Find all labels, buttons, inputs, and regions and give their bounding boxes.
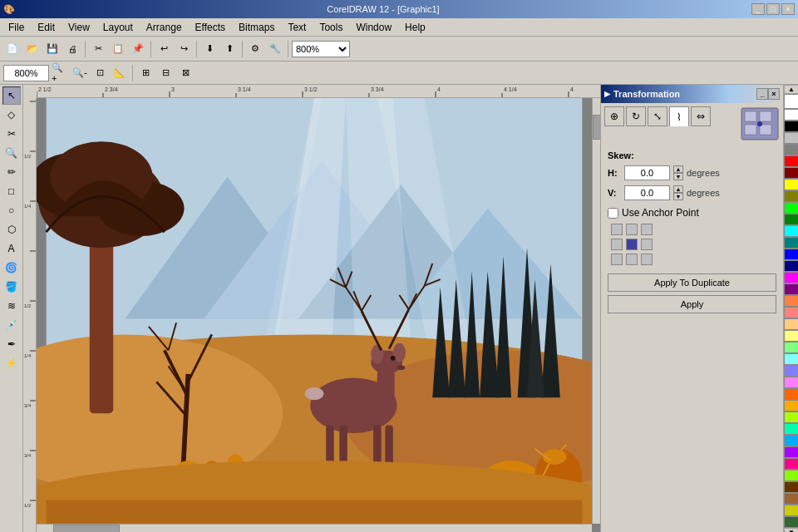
panel-minimize-button[interactable]: _ <box>756 88 768 100</box>
freehand-tool[interactable]: ✏ <box>2 163 21 181</box>
zoom-page-button[interactable]: 📐 <box>111 64 129 82</box>
v-spin-down[interactable]: ▼ <box>673 193 683 200</box>
minimize-button[interactable]: _ <box>751 3 765 15</box>
h-value-input[interactable] <box>624 165 670 180</box>
menu-file[interactable]: File <box>2 20 31 35</box>
color-swatch[interactable] <box>784 225 798 237</box>
view-btn2[interactable]: ⊟ <box>156 64 175 82</box>
polygon-tool[interactable]: ⬡ <box>2 220 21 239</box>
cut-button[interactable]: ✂ <box>89 40 107 58</box>
color-swatch[interactable] <box>784 260 798 272</box>
color-swatch[interactable] <box>784 155 798 167</box>
color-swatch[interactable] <box>784 470 798 481</box>
anchor-mc[interactable] <box>626 239 638 250</box>
select-tool[interactable]: ↖ <box>2 86 21 105</box>
tb-icon1[interactable]: ⚙ <box>246 40 264 58</box>
color-swatch[interactable] <box>784 481 798 493</box>
tab-position[interactable]: ⊕ <box>604 106 624 126</box>
scrollbar-thumb-h[interactable] <box>53 525 120 532</box>
color-swatch[interactable] <box>784 493 798 505</box>
scrollbar-horizontal[interactable] <box>37 524 592 532</box>
color-swatch[interactable] <box>784 167 798 179</box>
view-btn1[interactable]: ⊞ <box>136 64 155 82</box>
color-swatch[interactable] <box>784 435 798 446</box>
color-swatch[interactable] <box>784 458 798 470</box>
color-swatch[interactable] <box>784 342 798 353</box>
scrollbar-thumb-v[interactable] <box>593 115 600 140</box>
fill-tool[interactable]: 🪣 <box>2 278 21 296</box>
color-swatch[interactable] <box>784 144 798 155</box>
anchor-bl[interactable] <box>611 254 623 265</box>
color-swatch[interactable] <box>784 295 798 307</box>
paste-button[interactable]: 📌 <box>129 40 147 58</box>
h-spin-down[interactable]: ▼ <box>673 173 683 180</box>
color-swatch[interactable] <box>784 249 798 260</box>
anchor-checkbox[interactable] <box>608 208 618 219</box>
scrollbar-vertical[interactable] <box>592 98 600 524</box>
spiral-tool[interactable]: 🌀 <box>2 259 21 277</box>
text-tool[interactable]: A <box>2 239 21 258</box>
color-swatch[interactable] <box>784 400 798 411</box>
color-swatch[interactable] <box>784 214 798 225</box>
anchor-br[interactable] <box>641 254 653 265</box>
new-button[interactable]: 📄 <box>3 40 22 58</box>
zoom-fit-button[interactable]: ⊡ <box>91 64 109 82</box>
color-swatch[interactable] <box>784 283 798 295</box>
outline-tool[interactable]: ✒ <box>2 335 21 353</box>
menu-tools[interactable]: Tools <box>313 20 349 35</box>
apply-to-duplicate-button[interactable]: Apply To Duplicate <box>608 273 776 292</box>
palette-scroll-down[interactable]: ▼ <box>784 528 798 532</box>
menu-help[interactable]: Help <box>398 20 432 35</box>
anchor-tc[interactable] <box>626 224 638 235</box>
color-swatch[interactable] <box>784 516 798 528</box>
color-swatch[interactable] <box>784 423 798 435</box>
anchor-tl[interactable] <box>611 224 623 235</box>
eyedropper-tool[interactable]: 💉 <box>2 316 21 334</box>
tab-skew[interactable]: ⌇ <box>669 106 689 126</box>
color-swatch[interactable] <box>784 318 798 330</box>
v-spin-up[interactable]: ▲ <box>673 185 683 193</box>
panel-close-button[interactable]: × <box>768 88 780 100</box>
color-swatch[interactable] <box>784 190 798 202</box>
menu-effects[interactable]: Effects <box>189 20 232 35</box>
menu-view[interactable]: View <box>62 20 96 35</box>
tab-rotate[interactable]: ↻ <box>626 106 646 126</box>
color-swatch[interactable] <box>784 132 798 144</box>
menu-edit[interactable]: Edit <box>31 20 62 35</box>
tab-scale[interactable]: ⤡ <box>648 106 667 126</box>
color-swatch[interactable] <box>784 353 798 365</box>
anchor-tr[interactable] <box>641 224 653 235</box>
zoom-tool[interactable]: 🔍 <box>2 144 21 162</box>
color-swatch[interactable] <box>784 272 798 283</box>
menu-window[interactable]: Window <box>349 20 398 35</box>
tb-icon2[interactable]: 🔧 <box>266 40 284 58</box>
menu-text[interactable]: Text <box>281 20 313 35</box>
apply-button[interactable]: Apply <box>608 295 776 313</box>
tab-mirror[interactable]: ⇔ <box>691 106 711 126</box>
color-swatch[interactable] <box>784 307 798 318</box>
close-button[interactable]: × <box>781 3 795 15</box>
export-button[interactable]: ⬆ <box>220 40 239 58</box>
v-value-input[interactable] <box>624 185 670 200</box>
menu-arrange[interactable]: Arrange <box>140 20 189 35</box>
color-swatch[interactable] <box>784 202 798 214</box>
copy-button[interactable]: 📋 <box>109 40 127 58</box>
anchor-bc[interactable] <box>626 254 638 265</box>
color-swatch[interactable] <box>784 446 798 458</box>
open-button[interactable]: 📂 <box>23 40 42 58</box>
save-button[interactable]: 💾 <box>43 40 62 58</box>
color-swatch[interactable] <box>784 505 798 516</box>
palette-scroll-up[interactable]: ▲ <box>784 85 798 94</box>
zoom-out-button[interactable]: 🔍- <box>71 64 89 82</box>
shape-tool[interactable]: ◇ <box>2 106 21 124</box>
redo-button[interactable]: ↪ <box>175 40 193 58</box>
undo-button[interactable]: ↩ <box>155 40 173 58</box>
crop-tool[interactable]: ✂ <box>2 125 21 143</box>
anchor-mr[interactable] <box>641 239 653 250</box>
h-spin-up[interactable]: ▲ <box>673 165 683 173</box>
color-swatch[interactable] <box>784 377 798 388</box>
print-button[interactable]: 🖨 <box>63 40 81 58</box>
color-swatch[interactable] <box>784 237 798 249</box>
menu-layout[interactable]: Layout <box>96 20 140 35</box>
zoom-input[interactable] <box>3 65 49 81</box>
